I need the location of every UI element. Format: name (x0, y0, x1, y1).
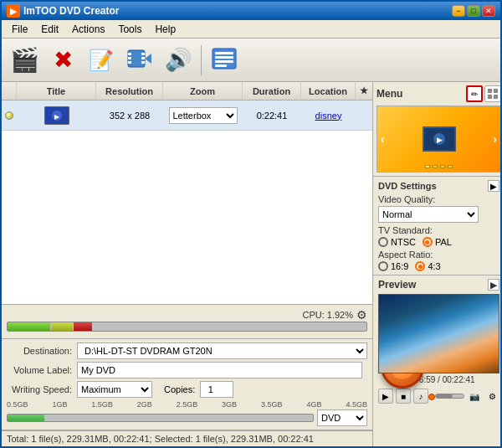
play-button[interactable]: ▶ (378, 389, 393, 404)
close-button[interactable]: ✕ (482, 5, 495, 17)
disk-bar (7, 414, 314, 422)
aspect-ratio-label: Aspect Ratio: (378, 250, 499, 260)
pal-radio[interactable] (423, 237, 433, 247)
header-duration: Duration (243, 82, 301, 100)
status-text: Total: 1 file(s), 229.31MB, 00:22:41; Se… (7, 434, 314, 444)
speed-copies-row: Writing Speed: Maximum 1x 2x Copies: (7, 381, 367, 398)
video-quality-select[interactable]: Normal High Low (378, 206, 479, 223)
pal-label: PAL (435, 237, 452, 247)
video-quality-label: Video Quality: (378, 194, 499, 204)
chapter-button[interactable] (122, 43, 157, 78)
film-icon: 🎬 (10, 46, 39, 74)
menu-section-header: Menu ✏ (376, 85, 500, 102)
maximize-button[interactable]: □ (467, 5, 480, 17)
svg-rect-10 (215, 56, 233, 59)
window-title: ImTOO DVD Creator (23, 5, 119, 17)
disk-bar-area: 0.5GB 1GB 1.5GB 2GB 2.5GB 3GB 3.5GB 4GB … (7, 400, 367, 426)
add-video-button[interactable]: 🎬 (7, 43, 42, 78)
ntsc-radio[interactable] (378, 237, 388, 247)
row-resolution: 352 x 288 (96, 100, 163, 130)
writing-speed-label: Writing Speed: (7, 384, 72, 394)
tv-standard-label: TV Standard: (378, 225, 499, 235)
copies-input[interactable] (200, 381, 233, 398)
menu-grid-button[interactable] (484, 85, 500, 102)
menu-help[interactable]: Help (148, 22, 182, 37)
toolbar-separator (201, 45, 202, 75)
dvd-settings-title: DVD Settings (378, 181, 437, 191)
preview-expand[interactable]: ▶ (488, 279, 499, 291)
zoom-select[interactable]: Letterbox Pan & Scan Full Screen (169, 107, 238, 124)
row-bullet (2, 100, 17, 130)
menu-file[interactable]: File (5, 22, 34, 37)
chapter-icon (126, 45, 153, 75)
grid-icon (487, 88, 499, 100)
svg-rect-12 (215, 64, 227, 67)
ntsc-label: NTSC (391, 237, 416, 247)
menu-preview: ‹ ▶ › (376, 106, 500, 173)
preview-video (378, 294, 499, 373)
cpu-line: CPU: 1.92% ⚙ (7, 308, 367, 322)
volume-input[interactable] (77, 362, 362, 378)
remove-button[interactable]: ✖ (45, 43, 80, 78)
bottom-controls: Destination: D:\HL-DT-ST DVDRAM GT20N Vo… (2, 338, 372, 430)
list-button[interactable] (207, 43, 242, 78)
menu-nav-left[interactable]: ‹ (381, 132, 385, 146)
svg-rect-2 (128, 57, 131, 59)
edit-icon: ✏ (471, 90, 478, 99)
progress-bar (7, 322, 367, 332)
svg-rect-3 (128, 61, 131, 64)
destination-select[interactable]: D:\HL-DT-ST DVDRAM GT20N (77, 342, 367, 359)
menu-tools[interactable]: Tools (111, 22, 148, 37)
app-icon: ▶ (7, 4, 20, 18)
progress-seg-2 (51, 322, 73, 331)
preview-section: Preview ▶ 00:06:59 / 00:22:41 ▶ ■ ♪ (373, 275, 500, 446)
preview-progress-thumb (428, 394, 435, 400)
ratio-16-9-option[interactable]: 16:9 (378, 261, 408, 271)
cpu-label: CPU: 1.92% (302, 310, 353, 320)
ratio-4-3-radio[interactable] (415, 261, 425, 271)
preview-progress-bar[interactable] (431, 394, 433, 399)
minimize-button[interactable]: − (452, 5, 465, 17)
subtitles-button[interactable]: 📝 (84, 43, 119, 78)
dvd-settings-expand[interactable]: ▶ (488, 180, 499, 192)
menu-section-title: Menu (376, 88, 402, 100)
ratio-16-9-radio[interactable] (378, 261, 388, 271)
menu-section-icons: ✏ (466, 85, 500, 102)
menu-dot-4 (448, 165, 453, 168)
titlebar: ▶ ImTOO DVD Creator − □ ✕ (2, 2, 500, 20)
format-select[interactable]: DVD DVD+R DVD-R (317, 409, 367, 426)
pal-option[interactable]: PAL (423, 237, 452, 247)
video-thumbnail: ▶ (44, 106, 69, 125)
volume-fill (436, 394, 453, 398)
volume-label: Volume Label: (7, 365, 72, 375)
menu-actions[interactable]: Actions (65, 22, 111, 37)
menu-nav-right[interactable]: › (493, 132, 497, 146)
progress-area: CPU: 1.92% ⚙ (2, 305, 372, 338)
svg-rect-11 (215, 60, 233, 63)
copies-label: Copies: (164, 384, 195, 394)
menu-edit[interactable]: Edit (34, 22, 65, 37)
menu-edit-button[interactable]: ✏ (466, 85, 483, 102)
table-row[interactable]: ▶ 352 x 288 Letterbox Pan & Scan Full Sc… (2, 100, 372, 131)
svg-rect-16 (488, 89, 492, 93)
svg-rect-6 (141, 61, 145, 64)
ratio-4-3-option[interactable]: 4:3 (415, 261, 440, 271)
writing-speed-select[interactable]: Maximum 1x 2x (77, 381, 152, 398)
svg-rect-17 (494, 89, 498, 93)
audio-toggle-button[interactable]: ♪ (413, 389, 428, 404)
toolbar: 🎬 ✖ 📝 🔊 (2, 39, 500, 82)
volume-row: Volume Label: (7, 362, 367, 378)
disk-used-fill (8, 415, 44, 421)
row-location[interactable]: disney (301, 100, 356, 130)
screenshot-button[interactable]: 📷 (467, 389, 482, 404)
menu-dot-1 (425, 165, 430, 168)
row-title: ▶ (17, 100, 96, 130)
row-zoom: Letterbox Pan & Scan Full Screen (163, 100, 243, 130)
audio-icon: 🔊 (165, 47, 192, 73)
settings-button[interactable]: ⚙ (484, 389, 499, 404)
stop-button[interactable]: ■ (396, 389, 411, 404)
ntsc-option[interactable]: NTSC (378, 237, 416, 247)
volume-slider[interactable] (435, 394, 464, 399)
svg-rect-9 (215, 52, 233, 54)
audio-button[interactable]: 🔊 (161, 43, 196, 78)
